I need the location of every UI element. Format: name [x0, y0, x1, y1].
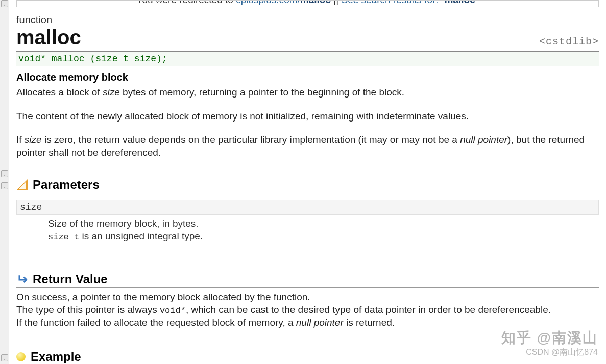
- redirect-search-link[interactable]: See search results for:: [341, 0, 441, 5]
- ruler-triangle-icon: [16, 179, 28, 190]
- return-p2: The type of this pointer is always void*…: [16, 304, 599, 317]
- sidebar-toggle-2[interactable]: ⋮: [1, 170, 8, 177]
- redirect-link-term: malloc: [300, 0, 331, 5]
- paragraph-2: The content of the newly allocated block…: [16, 110, 599, 123]
- type-label: function: [16, 14, 599, 26]
- section-example: Example: [16, 350, 599, 364]
- sidebar-toggle-1[interactable]: ⋮: [1, 0, 8, 7]
- subheading: Allocate memory block: [16, 71, 599, 83]
- redirect-link-domain[interactable]: cplusplus.com/: [236, 0, 300, 5]
- redirect-quote-open: ": [441, 0, 445, 5]
- sidebar-toggle-3[interactable]: ⋮: [1, 182, 8, 189]
- paragraph-1: Allocates a block of size bytes of memor…: [16, 86, 599, 99]
- page-title: malloc: [16, 26, 81, 49]
- return-arrow-icon: ↵: [16, 274, 28, 285]
- section-example-title: Example: [31, 350, 81, 364]
- section-parameters-title: Parameters: [33, 178, 100, 192]
- paragraph-3: If size is zero, the return value depend…: [16, 134, 599, 159]
- header-include: <cstdlib>: [539, 36, 599, 47]
- redirect-search-term: malloc: [445, 0, 475, 5]
- redirect-notice: You were redirected to cplusplus.com/mal…: [16, 0, 599, 7]
- section-parameters: Parameters: [16, 178, 599, 193]
- section-return-value: ↵ Return Value: [16, 272, 599, 288]
- redirect-quote-close: ": [475, 0, 479, 5]
- title-row: malloc <cstdlib>: [16, 26, 599, 49]
- parameter-description: Size of the memory block, in bytes. size…: [48, 217, 599, 244]
- lightbulb-icon: [16, 352, 26, 361]
- left-sidebar: ⋮ ⋮ ⋮ ⋮: [0, 0, 9, 364]
- redirect-separator: ||: [333, 0, 341, 5]
- return-p1: On success, a pointer to the memory bloc…: [16, 291, 599, 304]
- main-content: You were redirected to cplusplus.com/mal…: [9, 0, 606, 364]
- redirect-prefix: You were redirected to: [136, 0, 236, 5]
- section-return-title: Return Value: [33, 272, 108, 286]
- parameter-name: size: [16, 200, 599, 215]
- sidebar-toggle-4[interactable]: ⋮: [1, 354, 8, 361]
- function-signature: void* malloc (size_t size);: [16, 52, 599, 66]
- return-p3: If the function failed to allocate the r…: [16, 317, 599, 329]
